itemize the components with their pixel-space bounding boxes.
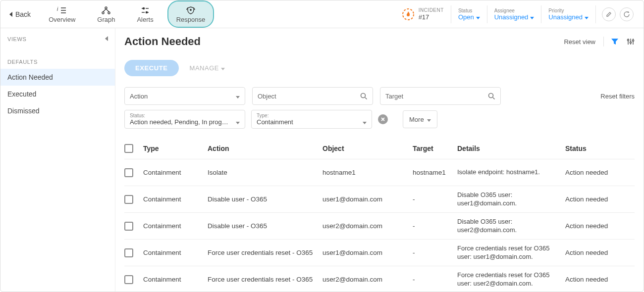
cell-details: Force credentials reset for O365 user: u… bbox=[457, 244, 565, 261]
cell-object: hostname1 bbox=[322, 169, 413, 176]
cell-status: Action needed bbox=[565, 169, 630, 176]
table-row[interactable]: Containment Force user credentials reset… bbox=[124, 240, 635, 266]
select-all-checkbox[interactable] bbox=[124, 144, 133, 153]
svg-point-23 bbox=[361, 93, 366, 97]
row-checkbox[interactable] bbox=[124, 168, 133, 177]
type-filter-value: Containment bbox=[257, 118, 293, 126]
object-search-input[interactable]: Object bbox=[252, 87, 373, 105]
alerts-icon bbox=[141, 6, 150, 15]
manage-label: MANAGE bbox=[190, 64, 219, 72]
svg-text:i: i bbox=[57, 6, 58, 12]
svg-point-20 bbox=[627, 39, 629, 41]
action-filter-dropdown[interactable]: Action bbox=[124, 87, 245, 105]
svg-point-6 bbox=[108, 12, 110, 14]
cell-status: Action needed bbox=[565, 249, 630, 256]
more-label: More bbox=[409, 116, 424, 123]
tab-label: Response bbox=[176, 16, 206, 23]
table-row[interactable]: Containment Isolate hostname1 hostname1 … bbox=[124, 159, 635, 186]
incident-label: INCIDENT bbox=[419, 7, 444, 13]
clear-type-filter-button[interactable] bbox=[378, 114, 388, 124]
assignee-value: Unassigned bbox=[494, 13, 529, 21]
row-checkbox[interactable] bbox=[124, 248, 133, 257]
back-button[interactable]: Back bbox=[0, 0, 38, 28]
table-row[interactable]: Containment Disable user - O365 user2@do… bbox=[124, 213, 635, 240]
cell-details: Isolate endpoint: hostname1. bbox=[457, 168, 565, 177]
col-status: Status bbox=[565, 145, 630, 152]
chevron-left-icon bbox=[9, 10, 12, 18]
cell-target: - bbox=[413, 222, 457, 230]
priority-selector[interactable]: Priority Unassigned bbox=[541, 5, 596, 23]
sidebar-item-executed[interactable]: Executed bbox=[0, 86, 115, 102]
col-details: Details bbox=[457, 145, 565, 152]
tab-response[interactable]: Response bbox=[167, 0, 215, 28]
chevron-down-icon bbox=[236, 118, 240, 126]
cell-target: - bbox=[413, 276, 457, 283]
sidebar-item-label: Executed bbox=[7, 90, 36, 98]
main-content: Action Needed Reset view EXECUTE MANAGE … bbox=[115, 28, 644, 292]
svg-point-13 bbox=[143, 8, 145, 9]
tab-alerts[interactable]: Alerts bbox=[129, 0, 161, 28]
settings-sliders-icon[interactable] bbox=[627, 38, 635, 46]
svg-point-22 bbox=[632, 40, 634, 41]
col-type: Type bbox=[143, 145, 208, 152]
reset-filters-button[interactable]: Reset filters bbox=[600, 93, 635, 100]
status-label: Status bbox=[458, 8, 480, 13]
filter-icon[interactable] bbox=[611, 38, 619, 46]
assignee-selector[interactable]: Assignee Unassigned bbox=[487, 5, 542, 23]
cell-type: Containment bbox=[143, 276, 208, 283]
sidebar-item-action-needed[interactable]: Action Needed bbox=[0, 69, 115, 86]
svg-point-25 bbox=[489, 93, 493, 97]
cell-target: - bbox=[413, 249, 457, 256]
status-filter-value: Action needed, Pending, In progres... bbox=[130, 118, 229, 126]
refresh-button[interactable] bbox=[620, 7, 634, 21]
priority-value: Unassigned bbox=[548, 13, 583, 21]
type-filter-dropdown[interactable]: Type: Containment bbox=[251, 110, 372, 129]
page-title: Action Needed bbox=[124, 35, 564, 48]
object-placeholder: Object bbox=[258, 93, 276, 100]
status-selector[interactable]: Status Open bbox=[451, 5, 487, 23]
svg-point-4 bbox=[105, 7, 107, 9]
cell-action: Disable user - O365 bbox=[208, 222, 322, 230]
reset-view-button[interactable]: Reset view bbox=[564, 38, 595, 46]
status-filter-dropdown[interactable]: Status: Action needed, Pending, In progr… bbox=[124, 110, 245, 129]
graph-icon bbox=[102, 6, 110, 15]
tab-overview[interactable]: i Overview bbox=[41, 0, 83, 28]
top-tabs: i Overview Graph Alerts Response bbox=[41, 0, 214, 28]
cell-object: user2@domain.com bbox=[322, 222, 413, 230]
overview-icon: i bbox=[57, 6, 67, 15]
action-filter-label: Action bbox=[130, 93, 148, 100]
row-checkbox[interactable] bbox=[124, 275, 133, 284]
target-search-input[interactable]: Target bbox=[380, 87, 501, 105]
table-row[interactable]: Containment Disable user - O365 user1@do… bbox=[124, 186, 635, 213]
chevron-down-icon bbox=[530, 13, 534, 21]
row-checkbox[interactable] bbox=[124, 222, 133, 231]
assignee-label: Assignee bbox=[494, 8, 535, 13]
chevron-down-icon bbox=[236, 93, 240, 100]
svg-point-15 bbox=[190, 9, 191, 10]
more-filters-dropdown[interactable]: More bbox=[403, 110, 437, 128]
cell-status: Action needed bbox=[565, 195, 630, 203]
svg-line-26 bbox=[493, 97, 495, 99]
tab-graph[interactable]: Graph bbox=[89, 0, 123, 28]
target-placeholder: Target bbox=[385, 93, 403, 100]
flame-icon bbox=[402, 8, 415, 21]
sidebar-item-dismissed[interactable]: Dismissed bbox=[0, 102, 115, 119]
edit-button[interactable] bbox=[602, 7, 616, 21]
tab-label: Graph bbox=[97, 16, 115, 23]
sidebar-item-label: Action Needed bbox=[7, 73, 53, 81]
manage-button[interactable]: MANAGE bbox=[190, 64, 225, 72]
status-value: Open bbox=[458, 13, 474, 21]
svg-point-5 bbox=[102, 12, 104, 14]
cell-target: hostname1 bbox=[413, 169, 457, 176]
svg-line-8 bbox=[106, 9, 109, 12]
collapse-sidebar-icon[interactable] bbox=[105, 36, 108, 42]
chevron-down-icon bbox=[427, 116, 431, 123]
status-filter-label: Status: bbox=[130, 113, 240, 118]
execute-button[interactable]: EXECUTE bbox=[124, 60, 179, 76]
sidebar: VIEWS DEFAULTS Action Needed Executed Di… bbox=[0, 28, 115, 292]
table-row[interactable]: Containment Force user credentials reset… bbox=[124, 266, 635, 292]
cell-action: Disable user - O365 bbox=[208, 195, 322, 203]
defaults-label: DEFAULTS bbox=[0, 49, 115, 69]
views-label: VIEWS bbox=[7, 36, 26, 42]
row-checkbox[interactable] bbox=[124, 195, 133, 204]
